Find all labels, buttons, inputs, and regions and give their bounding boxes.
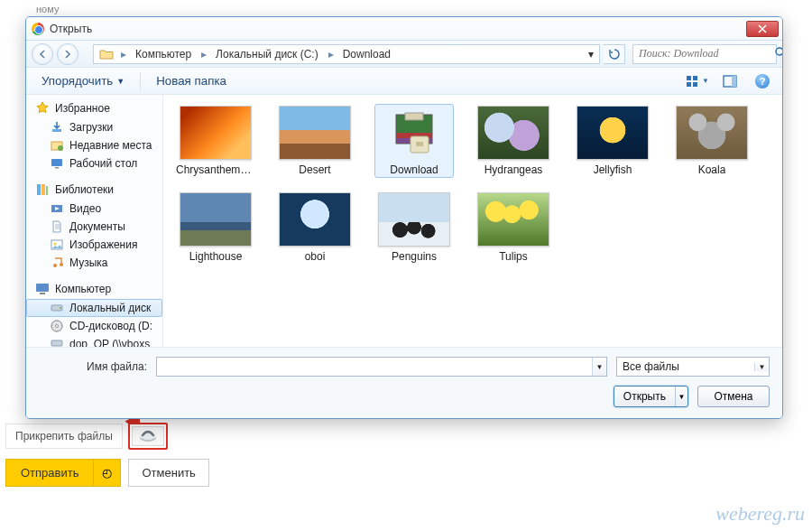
svg-point-20	[53, 264, 57, 267]
search-box[interactable]	[632, 44, 777, 64]
nav-favorites[interactable]: Избранное	[26, 98, 162, 118]
downloads-icon	[50, 120, 64, 135]
history-dropdown[interactable]: ▾	[585, 45, 597, 63]
filename-history-dropdown[interactable]: ▼	[592, 358, 606, 376]
file-item[interactable]: Chrysanthemum	[176, 104, 255, 178]
images-icon	[50, 238, 64, 252]
nav-forward-button[interactable]	[57, 43, 78, 65]
nav-favorites-label: Избранное	[55, 102, 110, 115]
nav-item-label: Видео	[69, 202, 101, 215]
chrome-icon	[32, 23, 44, 35]
dialog-cancel-button[interactable]: Отмена	[697, 386, 770, 407]
file-type-dropdown[interactable]: ▼	[754, 363, 769, 371]
breadcrumb-download[interactable]: Download	[337, 45, 397, 63]
nav-item-label: Недавние места	[69, 139, 152, 152]
chevron-down-icon: ▼	[678, 393, 686, 401]
close-button[interactable]	[746, 21, 779, 37]
attach-from-disk-button[interactable]	[132, 426, 164, 446]
file-item[interactable]: Hydrangeas	[474, 104, 553, 178]
nav-back-button[interactable]	[32, 43, 53, 65]
nav-item-downloads[interactable]: Загрузки	[26, 118, 162, 136]
file-label: Hydrangeas	[484, 163, 543, 176]
computer-icon	[35, 282, 50, 296]
cd-icon	[50, 319, 64, 333]
filename-input-combo[interactable]: ▼	[156, 357, 607, 377]
file-item[interactable]: Jellyfish	[573, 104, 652, 178]
nav-item-network-share[interactable]: dop_OP (\\vboxs	[26, 335, 162, 347]
open-button[interactable]: Открыть ▼	[614, 386, 688, 407]
help-icon: ?	[755, 74, 770, 88]
nav-item-label: Музыка	[69, 256, 107, 269]
preview-pane-button[interactable]	[717, 71, 743, 91]
thumbnail	[477, 192, 549, 247]
nav-item-images[interactable]: Изображения	[26, 236, 162, 254]
video-icon	[50, 201, 64, 216]
address-bar-row: ▸ Компьютер ▸ Локальный диск (C:) ▸ Down…	[26, 41, 782, 68]
svg-rect-12	[51, 159, 62, 166]
nav-libraries[interactable]: Библиотеки	[26, 180, 162, 200]
breadcrumb-drive-c[interactable]: Локальный диск (C:)	[210, 45, 325, 63]
breadcrumb-bar[interactable]: ▸ Компьютер ▸ Локальный диск (C:) ▸ Down…	[93, 44, 600, 64]
nav-item-desktop[interactable]: Рабочий стол	[26, 154, 162, 172]
svg-rect-5	[687, 82, 691, 87]
help-button[interactable]: ?	[750, 71, 775, 91]
file-item[interactable]: Lighthouse	[176, 191, 255, 265]
nav-item-cd-drive[interactable]: CD-дисковод (D:	[26, 317, 162, 335]
thumbnail	[477, 106, 549, 160]
open-split-dropdown[interactable]: ▼	[675, 387, 687, 406]
search-input[interactable]	[637, 46, 774, 61]
organize-button[interactable]: Упорядочить ▼	[33, 71, 133, 91]
file-item[interactable]: oboi	[275, 191, 355, 265]
nav-item-recent[interactable]: Недавние места	[26, 136, 162, 154]
files-pane[interactable]: ChrysanthemumDesertDownloadHydrangeasJel…	[163, 95, 782, 347]
file-item[interactable]: Download	[374, 104, 454, 178]
breadcrumb-computer[interactable]: Компьютер	[130, 45, 198, 63]
svg-rect-15	[42, 184, 45, 195]
file-label: Desert	[299, 163, 330, 176]
svg-rect-36	[416, 142, 423, 146]
file-item[interactable]: Tulips	[474, 191, 553, 265]
file-item[interactable]: Penguins	[374, 191, 454, 265]
network-drive-icon	[50, 337, 64, 347]
thumbnail	[180, 192, 252, 247]
file-item[interactable]: Koala	[672, 104, 752, 178]
compose-cancel-button[interactable]: Отменить	[128, 459, 208, 487]
search-icon[interactable]	[774, 46, 783, 61]
nav-item-documents[interactable]: Документы	[26, 218, 162, 236]
svg-rect-4	[693, 76, 697, 80]
thumbnail	[378, 192, 450, 247]
yandex-disk-icon	[139, 430, 157, 442]
file-type-filter[interactable]: Все файлы ▼	[616, 357, 770, 377]
archive-icon	[387, 106, 441, 160]
nav-item-local-disk[interactable]: Локальный диск	[26, 299, 162, 317]
svg-rect-14	[37, 184, 41, 195]
svg-point-2	[776, 48, 783, 55]
refresh-button[interactable]	[604, 44, 625, 64]
nav-item-video[interactable]: Видео	[26, 200, 162, 218]
file-label: Koala	[698, 163, 726, 176]
titlebar[interactable]: Открыть	[26, 17, 782, 41]
nav-item-music[interactable]: Музыка	[26, 254, 162, 272]
nav-computer[interactable]: Компьютер	[26, 279, 162, 299]
send-later-button[interactable]: ◴	[94, 459, 121, 487]
navigation-pane[interactable]: Избранное Загрузки Недавние места Рабочи…	[26, 95, 163, 347]
folder-icon	[99, 47, 114, 61]
thumbnail	[279, 192, 351, 247]
chevron-right-icon[interactable]: ▸	[325, 45, 337, 63]
chevron-right-icon[interactable]: ▸	[117, 45, 130, 63]
chevron-right-icon[interactable]: ▸	[198, 45, 210, 63]
send-button[interactable]: Отправить	[5, 459, 94, 487]
nav-item-label: Рабочий стол	[69, 157, 137, 170]
file-item[interactable]: Desert	[275, 104, 355, 178]
svg-rect-8	[732, 76, 736, 87]
new-folder-button[interactable]: Новая папка	[148, 71, 235, 91]
music-icon	[50, 256, 64, 270]
svg-point-11	[58, 145, 63, 151]
compose-actions: Прикрепить файлы Отправить ◴ Отменить	[0, 423, 812, 531]
chevron-down-icon: ▼	[596, 363, 604, 371]
open-button-label: Открыть	[623, 390, 666, 403]
svg-point-28	[56, 325, 59, 328]
filename-input[interactable]	[157, 358, 592, 376]
attach-files-button[interactable]: Прикрепить файлы	[5, 424, 123, 449]
view-mode-button[interactable]: ▼	[685, 71, 710, 91]
